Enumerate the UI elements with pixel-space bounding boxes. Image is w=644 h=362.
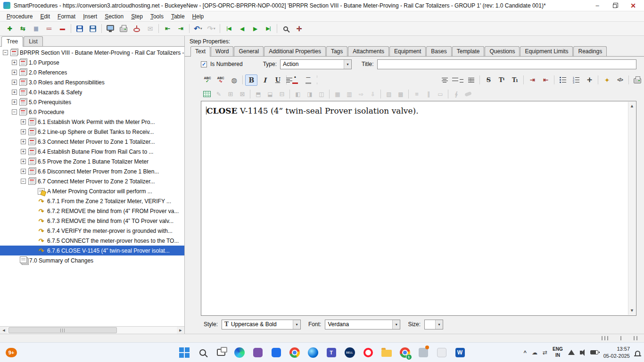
tree-item[interactable]: +6.5 Prove the Zone 1 Butane Totalizer M… <box>0 156 184 166</box>
insert-column-left-button[interactable]: ◧ <box>292 90 303 99</box>
tree-item[interactable]: ↷6.7.5 CONNECT the meter-prover hoses to… <box>0 236 184 246</box>
tree-item[interactable]: +3.0 Roles and Responsibilities <box>0 77 184 87</box>
notification-bell-icon[interactable] <box>635 351 640 355</box>
chrome-profile-icon[interactable]: 1 <box>396 344 413 362</box>
menu-item-procedure[interactable]: Procedure <box>3 12 36 21</box>
wifi-icon[interactable] <box>568 350 575 355</box>
scroll-up-icon[interactable]: ▲ <box>631 102 633 110</box>
next-step-button[interactable]: ▶ <box>249 23 261 34</box>
expander-minus-icon[interactable]: − <box>3 50 8 55</box>
approval-stamp-button[interactable] <box>131 23 143 34</box>
scroll-down-icon[interactable]: ▼ <box>631 306 633 315</box>
word-app-icon[interactable]: W <box>452 344 469 362</box>
tab-general[interactable]: General <box>234 46 264 56</box>
draw-table-button[interactable]: ✎ <box>213 90 224 99</box>
minimize-button[interactable]: – <box>588 1 606 10</box>
scrollbar-thumb[interactable] <box>8 327 117 333</box>
search-button[interactable] <box>194 344 211 362</box>
merge-cells-button[interactable]: ▦ <box>332 90 343 99</box>
tab-equipment[interactable]: Equipment <box>389 46 426 56</box>
italic-button[interactable]: I <box>258 74 271 86</box>
expander-plus-icon[interactable]: + <box>12 80 17 85</box>
insert-column-right-button[interactable]: ◨ <box>304 90 315 99</box>
volume-icon[interactable] <box>580 351 582 354</box>
tree-item[interactable]: +2.0 References <box>0 67 184 77</box>
size-dropdown-icon[interactable]: ▾ <box>435 320 443 329</box>
menu-item-insert[interactable]: Insert <box>79 12 101 21</box>
tree-item[interactable]: +6.3 Connect Meter Prover to Zone 1 Tota… <box>0 137 184 147</box>
delete-table-button[interactable]: ⊠ <box>237 90 248 99</box>
scroll-right-icon[interactable]: ▶ <box>177 327 184 334</box>
title-input[interactable] <box>377 59 636 69</box>
menu-item-help[interactable]: Help <box>189 12 208 21</box>
eraser-button[interactable] <box>462 90 473 99</box>
tree-item[interactable]: +4.0 Hazards & Safety <box>0 87 184 97</box>
autofit-button[interactable]: ▭ <box>435 90 446 99</box>
insert-row-below-button[interactable]: ⬓ <box>264 90 275 99</box>
tab-word[interactable]: Word <box>211 46 233 56</box>
battery-icon[interactable] <box>590 350 598 354</box>
teams-app-icon[interactable]: T <box>323 344 340 362</box>
delete-row-button[interactable]: ⊟ <box>276 90 287 99</box>
tab-attachments[interactable]: Attachments <box>348 46 389 56</box>
font-select[interactable]: Verdana ▾ <box>325 320 400 329</box>
expander-plus-icon[interactable]: + <box>21 149 26 154</box>
find-button[interactable] <box>280 23 292 34</box>
preview-button[interactable] <box>104 23 116 34</box>
font-dropdown-icon[interactable]: ▾ <box>392 320 400 329</box>
is-numbered-checkbox[interactable]: ✓ <box>201 61 207 67</box>
bullet-list-button[interactable] <box>557 74 569 86</box>
start-button[interactable] <box>176 344 193 362</box>
save-button[interactable] <box>87 23 99 34</box>
tree-item[interactable]: −6.7 Connect Meter Prover to Zone 2 Tota… <box>0 176 184 186</box>
language-indicator[interactable]: ENG IN <box>553 346 563 358</box>
attachment-button[interactable]: ∮ <box>451 90 462 99</box>
menu-item-edit[interactable]: Edit <box>36 12 54 21</box>
spelling-underline-button[interactable]: ABC∿ <box>215 74 227 86</box>
expander-plus-icon[interactable]: + <box>21 139 26 144</box>
decrease-indent-button[interactable]: ⇤ <box>539 74 552 86</box>
expander-plus-icon[interactable]: + <box>21 119 26 124</box>
checkin-save-button[interactable] <box>74 23 86 34</box>
expander-minus-icon[interactable]: − <box>12 109 17 115</box>
split-cells-button[interactable]: ▥ <box>344 90 355 99</box>
insert-after-button[interactable]: ⇥ <box>174 23 187 34</box>
app-icon-blue[interactable] <box>268 344 285 362</box>
tree-panel-tab-tree[interactable]: Tree <box>1 36 23 47</box>
style-select[interactable]: TUppercase & Bold ▾ <box>222 320 301 329</box>
maximize-button[interactable] <box>606 1 624 10</box>
insert-row-above-button[interactable]: ⬒ <box>253 90 264 99</box>
table-properties-button[interactable]: ⊞ <box>225 90 236 99</box>
task-view-button[interactable] <box>213 344 230 362</box>
tree-item[interactable]: +6.6 Disconnect Meter Prover from Zone 1… <box>0 166 184 176</box>
scrollbar-track[interactable] <box>8 327 177 334</box>
menu-item-section[interactable]: Section <box>101 12 127 21</box>
first-step-button[interactable]: |◀ <box>223 23 235 34</box>
chrome-browser-icon[interactable] <box>286 344 303 362</box>
onedrive-icon[interactable]: ☁ <box>532 349 537 356</box>
distribute-rows-button[interactable]: ≡ <box>411 90 422 99</box>
renumber-button[interactable]: ≔ <box>43 23 55 34</box>
tree-item[interactable]: ↷6.7.4 VERIFY the meter-prover is ground… <box>0 226 184 236</box>
menu-item-format[interactable]: Format <box>54 12 79 21</box>
menu-item-table[interactable]: Table <box>167 12 189 21</box>
opera-browser-icon[interactable] <box>360 344 377 362</box>
email-button[interactable]: ✉ <box>144 23 156 34</box>
previous-step-button[interactable]: ◀ <box>236 23 248 34</box>
distribute-columns-button[interactable]: ∥ <box>423 90 434 99</box>
tab-template[interactable]: Template <box>452 46 485 56</box>
insert-before-button[interactable]: ⇤ <box>161 23 173 34</box>
expander-plus-icon[interactable]: + <box>12 99 17 105</box>
subscript-button[interactable]: T₁ <box>509 74 521 86</box>
merge-right-button[interactable]: ⇨ <box>355 90 366 99</box>
editor-scrollbar[interactable]: ▲ ▼ <box>628 102 636 315</box>
widgets-button[interactable]: 9+ <box>6 348 17 357</box>
cell-shading-button[interactable]: ▧ <box>383 90 394 99</box>
tab-questions[interactable]: Questions <box>485 46 520 56</box>
print-step-button[interactable] <box>631 74 644 86</box>
tree-item[interactable]: 7.0 Summary of Changes <box>0 255 184 265</box>
move-step-button[interactable]: ✛ <box>293 23 305 34</box>
align-right-button[interactable] <box>452 74 464 86</box>
tree-item[interactable]: +6.4 Establish Butane Flow from Rail Car… <box>0 147 184 156</box>
print-button[interactable] <box>117 23 130 34</box>
